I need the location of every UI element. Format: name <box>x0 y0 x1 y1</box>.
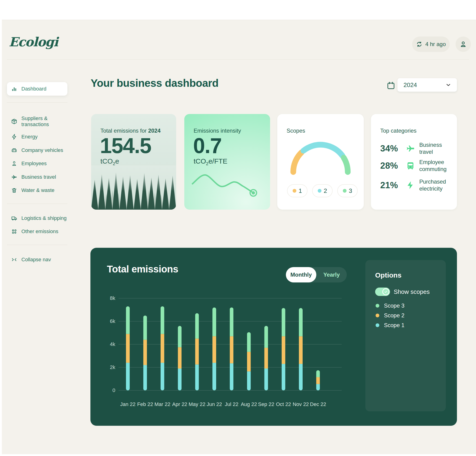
sidebar-item-label: Company vehicles <box>21 147 63 153</box>
svg-text:Dec 22: Dec 22 <box>310 401 326 407</box>
ecologi-logo[interactable]: Ecologi <box>9 35 58 49</box>
emissions-bar-chart: 02k4k6k8kJan 22Feb 22Mar 22Apr 22May 22J… <box>100 290 351 411</box>
category-row-purchased-electricity: 21% Purchased electricity <box>380 178 454 192</box>
show-scopes-label: Show scopes <box>394 288 430 296</box>
truck-icon <box>11 215 17 221</box>
grid-dots-icon <box>11 228 17 235</box>
svg-text:6k: 6k <box>110 318 116 324</box>
car-icon <box>11 147 17 153</box>
bar-chart-icon <box>11 86 17 92</box>
collapse-nav-label: Collapse nav <box>21 257 51 263</box>
scope-2-dot <box>376 314 379 317</box>
chevron-down-icon <box>445 82 451 88</box>
toggle-yearly[interactable]: Yearly <box>316 267 347 282</box>
intensity-sparkline <box>189 173 264 204</box>
sidebar-item-label: Employees <box>21 160 47 167</box>
svg-text:Mar 22: Mar 22 <box>154 401 170 407</box>
card-intensity-label: Emissions intensity <box>194 128 241 134</box>
calendar-icon <box>386 81 396 90</box>
ecologi-dashboard: Ecologi 4 hr ago Dashboard Suppliers & t… <box>0 0 476 456</box>
scope-2-dot <box>318 189 322 193</box>
card-total-emissions: Total emissions for 2024 154.5 tCO2e <box>91 114 176 210</box>
sidebar-item-other-emissions[interactable]: Other emissions <box>7 227 68 236</box>
check-icon <box>382 288 389 295</box>
year-select[interactable]: 2024 <box>398 78 457 92</box>
scope-2-badge: 2 <box>312 184 333 197</box>
sidebar-divider <box>7 245 68 245</box>
svg-text:8k: 8k <box>110 295 116 301</box>
scopes-gauge <box>284 136 357 177</box>
svg-text:Sep 22: Sep 22 <box>258 401 274 407</box>
total-emissions-unit: tCO2e <box>100 157 119 166</box>
scopes-legend: 1 2 3 <box>287 184 358 197</box>
scope-3-dot <box>343 189 347 193</box>
options-panel: Options Show scopes Scope 3 Scope 2 Sco <box>365 260 446 411</box>
sidebar-item-label: Logistics & shipping <box>21 215 67 221</box>
sidebar-item-energy[interactable]: Energy <box>7 132 68 141</box>
scope-1-badge: 1 <box>287 184 307 197</box>
category-row-employee-commuting: 28% Employee commuting <box>380 159 454 173</box>
sidebar-item-logistics[interactable]: Logistics & shipping <box>7 214 68 223</box>
plane-icon <box>406 144 415 153</box>
card-total-label: Total emissions for 2024 <box>100 128 161 134</box>
show-scopes-toggle[interactable] <box>375 288 390 296</box>
options-title: Options <box>375 271 401 279</box>
sidebar-item-suppliers[interactable]: Suppliers & transactions <box>7 113 68 130</box>
sidebar-item-employees[interactable]: Employees <box>7 159 68 168</box>
trash-icon <box>11 187 17 193</box>
category-label: Employee commuting <box>419 159 454 173</box>
category-row-business-travel: 34% Business travel <box>380 141 454 155</box>
lightning-icon <box>11 134 17 140</box>
sidebar-item-water-waste[interactable]: Water & waste <box>7 186 68 195</box>
person-icon <box>11 160 17 167</box>
period-toggle: Monthly Yearly <box>286 267 347 282</box>
collapse-nav-button[interactable]: Collapse nav <box>7 255 68 264</box>
category-pct: 34% <box>380 144 402 154</box>
scopes-title: Scopes <box>287 128 305 134</box>
sidebar-divider <box>7 102 68 103</box>
total-emissions-value: 154.5 <box>100 133 151 158</box>
svg-text:Jan 22: Jan 22 <box>120 401 136 407</box>
intensity-unit: tCO2e/FTE <box>194 157 227 166</box>
sidebar-item-vehicles[interactable]: Company vehicles <box>7 146 68 155</box>
lightning-icon <box>406 181 415 190</box>
user-icon <box>459 41 467 48</box>
card-top-categories: Top categories 34% Business travel 28% E… <box>371 114 457 210</box>
card-total-year: 2024 <box>148 128 160 134</box>
category-label: Business travel <box>419 141 454 155</box>
svg-text:May 22: May 22 <box>189 401 205 407</box>
sidebar-item-dashboard[interactable]: Dashboard <box>7 82 68 96</box>
svg-text:Jul 22: Jul 22 <box>225 401 238 407</box>
legend-scope-1: Scope 1 <box>376 322 404 328</box>
sidebar-item-label: Suppliers & transactions <box>21 115 68 128</box>
page-title: Your business dashboard <box>91 77 219 89</box>
svg-text:Aug 22: Aug 22 <box>241 401 257 407</box>
svg-text:0: 0 <box>112 387 115 393</box>
svg-text:Jun 22: Jun 22 <box>207 401 222 407</box>
show-scopes-row[interactable]: Show scopes <box>375 288 430 296</box>
sidebar-item-label: Other emissions <box>21 228 58 235</box>
svg-text:Feb 22: Feb 22 <box>137 401 153 407</box>
sync-label: 4 hr ago <box>425 41 446 47</box>
scope-3-dot <box>376 304 379 307</box>
year-select-value: 2024 <box>403 81 417 89</box>
total-emissions-panel: Total emissions Monthly Yearly Options S… <box>90 248 457 426</box>
sync-button[interactable]: 4 hr ago <box>412 36 450 52</box>
category-label: Purchased electricity <box>419 178 454 192</box>
sidebar-item-business-travel[interactable]: Business travel <box>7 172 68 182</box>
toggle-monthly[interactable]: Monthly <box>286 267 316 282</box>
refresh-icon <box>416 41 423 47</box>
card-scopes: Scopes 1 2 3 <box>277 114 364 210</box>
plane-icon <box>11 174 17 180</box>
sidebar-item-label: Energy <box>21 134 38 140</box>
card-emissions-intensity: Emissions intensity 0.7 tCO2e/FTE <box>184 114 270 210</box>
svg-text:4k: 4k <box>110 341 116 347</box>
account-button[interactable] <box>456 36 471 52</box>
sidebar-item-label: Business travel <box>21 174 56 180</box>
package-icon <box>11 118 17 124</box>
collapse-icon <box>11 257 17 263</box>
panel-title: Total emissions <box>107 263 178 275</box>
svg-text:Oct 22: Oct 22 <box>276 401 291 407</box>
category-pct: 28% <box>380 161 402 171</box>
sidebar-item-label: Water & waste <box>21 187 54 193</box>
